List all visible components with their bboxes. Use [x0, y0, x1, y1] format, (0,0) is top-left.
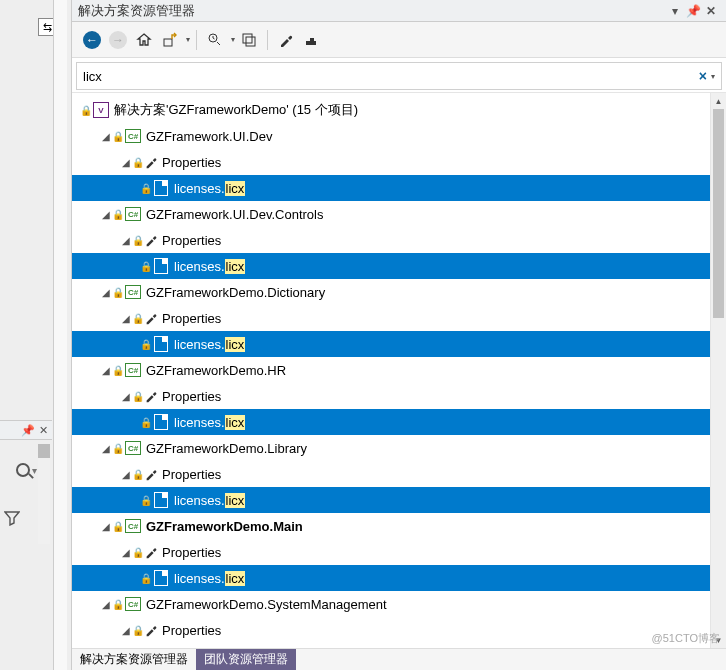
file-icon — [152, 335, 170, 353]
wrench-icon — [144, 233, 158, 247]
lock-icon: 🔒 — [112, 209, 122, 220]
scrollbar-thumb[interactable] — [713, 109, 724, 318]
tab-team-explorer[interactable]: 团队资源管理器 — [196, 649, 296, 670]
pin-icon[interactable]: 📌 — [21, 424, 35, 437]
svg-rect-4 — [306, 41, 316, 45]
project-node[interactable]: ◢🔒C#GZFrameworkDemo.Dictionary — [72, 279, 710, 305]
file-icon — [152, 257, 170, 275]
close-icon[interactable]: ✕ — [39, 424, 48, 437]
file-label: licenses.licx — [174, 493, 245, 508]
properties-node[interactable]: ◢🔒Properties — [72, 617, 710, 643]
lock-icon: 🔒 — [140, 339, 150, 350]
file-icon — [152, 569, 170, 587]
expander-icon[interactable]: ◢ — [120, 390, 132, 402]
project-node[interactable]: ◢🔒C#GZFrameworkDemo.Main — [72, 513, 710, 539]
expander-icon[interactable]: ◢ — [120, 468, 132, 480]
project-label: GZFrameworkDemo.Dictionary — [146, 285, 325, 300]
tab-solution-explorer[interactable]: 解决方案资源管理器 — [72, 649, 196, 670]
collapse-all-button[interactable] — [237, 28, 261, 52]
lock-icon: 🔒 — [132, 625, 142, 636]
pending-changes-button[interactable] — [203, 28, 227, 52]
vertical-scrollbar[interactable]: ▲ ▼ — [710, 93, 726, 648]
pin-button[interactable]: 📌 — [684, 4, 702, 18]
expander-icon[interactable]: ◢ — [120, 312, 132, 324]
show-all-files-button[interactable] — [300, 28, 324, 52]
solution-icon: V — [92, 101, 110, 119]
expander-icon[interactable]: ◢ — [120, 546, 132, 558]
tree-view[interactable]: 🔒V解决方案'GZFrameworkDemo' (15 个项目)◢🔒C#GZFr… — [72, 93, 710, 648]
properties-label: Properties — [162, 155, 221, 170]
file-node[interactable]: 🔒licenses.licx — [72, 253, 710, 279]
lock-icon: 🔒 — [112, 287, 122, 298]
project-node[interactable]: ◢🔒C#GZFrameworkDemo.HR — [72, 357, 710, 383]
properties-label: Properties — [162, 467, 221, 482]
lock-icon: 🔒 — [132, 469, 142, 480]
file-node[interactable]: 🔒licenses.licx — [72, 487, 710, 513]
panel-title: 解决方案资源管理器 — [78, 2, 195, 20]
file-label: licenses.licx — [174, 415, 245, 430]
properties-button[interactable] — [274, 28, 298, 52]
panel-titlebar: 解决方案资源管理器 ▾ 📌 ✕ — [72, 0, 726, 22]
project-node[interactable]: ◢🔒C#GZFrameworkDemo.Library — [72, 435, 710, 461]
expander-icon[interactable]: ◢ — [120, 156, 132, 168]
svg-rect-0 — [164, 39, 172, 46]
file-node[interactable]: 🔒licenses.licx — [72, 175, 710, 201]
lock-icon: 🔒 — [140, 261, 150, 272]
properties-node[interactable]: ◢🔒Properties — [72, 305, 710, 331]
search-input[interactable] — [83, 69, 695, 84]
window-options-button[interactable]: ▾ — [666, 4, 684, 18]
project-label: GZFramework.UI.Dev — [146, 129, 272, 144]
project-node[interactable]: ◢🔒C#GZFrameworkDemo.SystemManagement — [72, 591, 710, 617]
svg-rect-3 — [246, 37, 255, 46]
toolbar-caret-icon[interactable]: ▾ — [186, 35, 190, 44]
expander-icon[interactable]: ◢ — [100, 520, 112, 532]
home-button[interactable] — [132, 28, 156, 52]
expander-icon[interactable]: ◢ — [100, 130, 112, 142]
file-node[interactable]: 🔒licenses.licx — [72, 331, 710, 357]
lock-icon: 🔒 — [112, 599, 122, 610]
nav-back-button[interactable]: ← — [80, 28, 104, 52]
csharp-project-icon: C# — [124, 517, 142, 535]
properties-node[interactable]: ◢🔒Properties — [72, 149, 710, 175]
properties-label: Properties — [162, 311, 221, 326]
scroll-down-button[interactable]: ▼ — [711, 632, 726, 648]
side-scrollbar[interactable] — [38, 444, 50, 544]
file-icon — [152, 179, 170, 197]
tool-window-tabs: 解决方案资源管理器 团队资源管理器 — [72, 648, 726, 670]
file-label: licenses.licx — [174, 337, 245, 352]
toolbar-caret-icon[interactable]: ▾ — [231, 35, 235, 44]
expander-icon[interactable]: ◢ — [100, 598, 112, 610]
filter-icon[interactable] — [4, 510, 20, 529]
properties-label: Properties — [162, 545, 221, 560]
search-icon[interactable] — [16, 463, 30, 477]
file-node[interactable]: 🔒licenses.licx — [72, 565, 710, 591]
project-node[interactable]: ◢🔒C#GZFramework.UI.Dev.Controls — [72, 201, 710, 227]
csharp-project-icon: C# — [124, 205, 142, 223]
properties-node[interactable]: ◢🔒Properties — [72, 383, 710, 409]
lock-icon: 🔒 — [132, 391, 142, 402]
expander-icon[interactable]: ◢ — [100, 208, 112, 220]
expander-icon[interactable]: ◢ — [100, 442, 112, 454]
expander-icon[interactable]: ◢ — [100, 364, 112, 376]
expander-icon[interactable]: ◢ — [120, 234, 132, 246]
sync-button[interactable] — [158, 28, 182, 52]
search-options-caret[interactable]: ▾ — [711, 72, 715, 81]
csharp-project-icon: C# — [124, 439, 142, 457]
properties-node[interactable]: ◢🔒Properties — [72, 461, 710, 487]
properties-node[interactable]: ◢🔒Properties — [72, 539, 710, 565]
wrench-icon — [144, 545, 158, 559]
expander-icon[interactable]: ◢ — [100, 286, 112, 298]
properties-node[interactable]: ◢🔒Properties — [72, 227, 710, 253]
left-tab-strip — [53, 0, 67, 670]
project-label: GZFrameworkDemo.Library — [146, 441, 307, 456]
solution-label: 解决方案'GZFrameworkDemo' (15 个项目) — [114, 101, 358, 119]
expander-icon[interactable]: ◢ — [120, 624, 132, 636]
solution-node[interactable]: 🔒V解决方案'GZFrameworkDemo' (15 个项目) — [72, 97, 710, 123]
close-button[interactable]: ✕ — [702, 4, 720, 18]
scroll-up-button[interactable]: ▲ — [711, 93, 726, 109]
wrench-icon — [144, 155, 158, 169]
search-bar: × ▾ — [76, 62, 722, 90]
file-node[interactable]: 🔒licenses.licx — [72, 409, 710, 435]
clear-search-button[interactable]: × — [695, 68, 711, 84]
project-node[interactable]: ◢🔒C#GZFramework.UI.Dev — [72, 123, 710, 149]
